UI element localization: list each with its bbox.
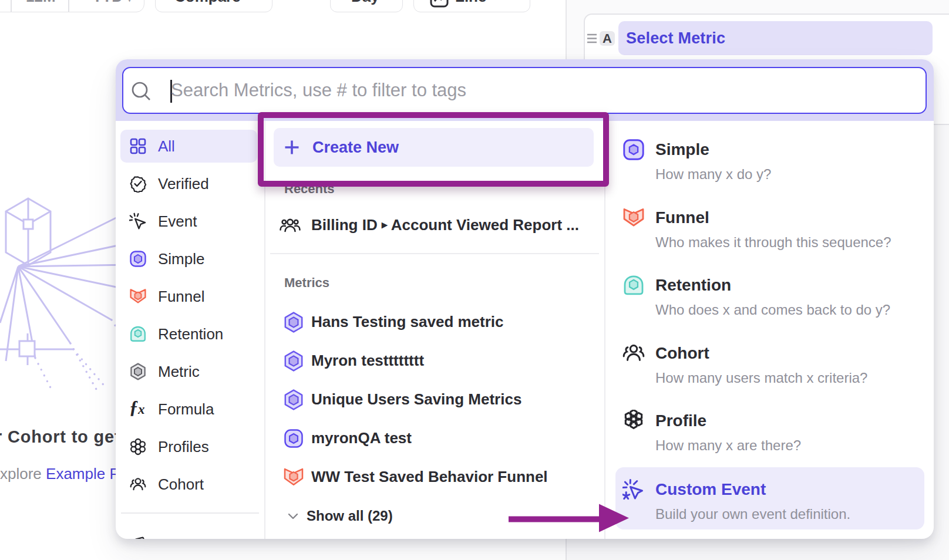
svg-text:x: x <box>137 402 145 417</box>
svg-text:ƒ: ƒ <box>129 397 139 417</box>
